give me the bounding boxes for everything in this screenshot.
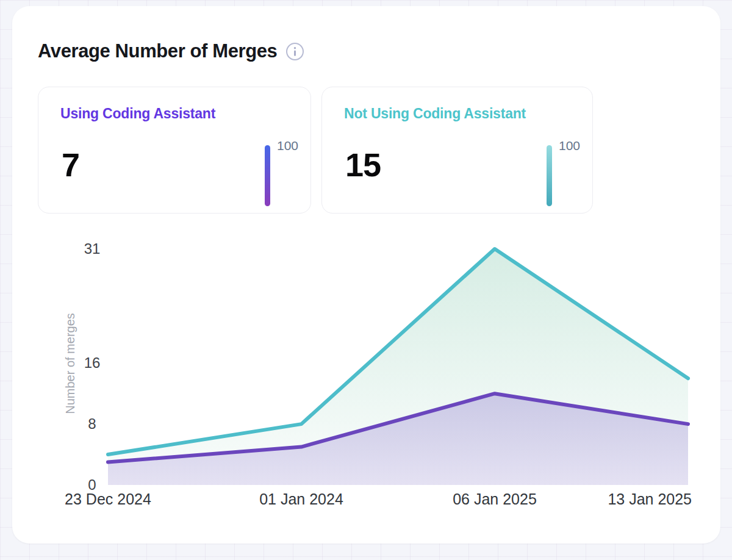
- panel-header: Average Number of Merges: [38, 40, 304, 62]
- gauge-bar: [547, 145, 552, 206]
- gauge-bar: [265, 145, 270, 206]
- stat-label: Not Using Coding Assistant: [344, 106, 526, 122]
- y-tick-label: 31: [84, 240, 101, 257]
- merge-chart: 081631 23 Dec 202401 Jan 202406 Jan 2025…: [12, 232, 720, 525]
- y-tick-label: 8: [88, 415, 96, 432]
- chart-xticks: 23 Dec 202401 Jan 202406 Jan 202513 Jan …: [65, 490, 692, 508]
- gauge-max-label: 100: [277, 138, 298, 153]
- y-tick-label: 16: [84, 354, 101, 371]
- chart-areas: [108, 249, 688, 485]
- chart-yticks: 081631: [84, 240, 101, 493]
- stat-value: 7: [62, 146, 79, 184]
- stat-cards-row: Using Coding Assistant 7 100 Not Using C…: [38, 87, 593, 214]
- chart-area: 081631 23 Dec 202401 Jan 202406 Jan 2025…: [12, 232, 720, 525]
- gauge: 100: [265, 138, 298, 206]
- stat-card-not-using-assistant: Not Using Coding Assistant 15 100: [321, 87, 593, 214]
- page-title: Average Number of Merges: [38, 40, 277, 62]
- stat-value: 15: [345, 146, 381, 184]
- gauge: 100: [547, 138, 580, 206]
- x-tick-label: 01 Jan 2024: [259, 490, 343, 508]
- y-axis-label: Number of merges: [63, 313, 77, 414]
- merges-panel: Average Number of Merges Using Coding As…: [12, 6, 720, 544]
- gauge-max-label: 100: [559, 138, 580, 153]
- x-tick-label: 23 Dec 2024: [65, 490, 151, 508]
- x-tick-label: 06 Jan 2025: [453, 490, 537, 508]
- stat-card-using-assistant: Using Coding Assistant 7 100: [38, 87, 311, 214]
- stat-label: Using Coding Assistant: [60, 106, 215, 122]
- x-tick-label: 13 Jan 2025: [608, 490, 692, 508]
- info-icon[interactable]: [285, 42, 304, 61]
